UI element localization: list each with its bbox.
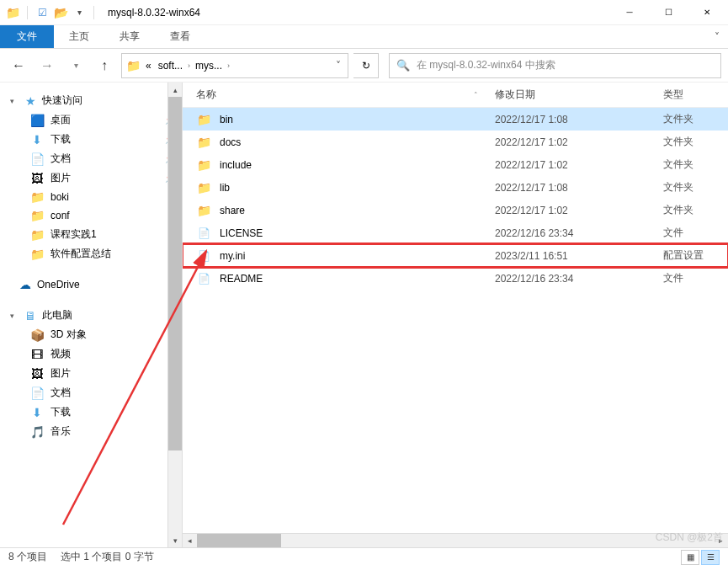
file-row[interactable]: 📁lib2022/12/17 1:08文件夹 — [183, 176, 728, 199]
tab-home[interactable]: 主页 — [54, 25, 104, 48]
column-header-date[interactable]: 修改日期 — [495, 88, 663, 102]
minimize-button[interactable]: ─ — [610, 0, 649, 25]
file-row[interactable]: 📄LICENSE2022/12/16 23:34文件 — [183, 221, 728, 244]
quick-access-toolbar: 📁 ☑ 📂 ▾ — [2, 5, 98, 20]
breadcrumb-item[interactable]: mys... — [192, 60, 226, 72]
scroll-left-icon[interactable]: ◂ — [183, 534, 197, 547]
sidebar-item-desktop[interactable]: 🟦桌面📌 — [0, 110, 182, 130]
folder-icon: 📁 — [196, 157, 211, 173]
music-icon: 🎵 — [30, 425, 44, 439]
search-input[interactable]: 🔍 在 mysql-8.0.32-winx64 中搜索 — [389, 53, 721, 78]
open-folder-icon[interactable]: 📂 — [53, 5, 68, 20]
file-type-cell: 文件夹 — [663, 157, 714, 172]
separator — [93, 6, 94, 19]
tab-view[interactable]: 查看 — [155, 25, 205, 48]
column-header-type[interactable]: 类型 — [663, 88, 714, 102]
sidebar-label: OneDrive — [37, 279, 80, 290]
file-name-cell: 📁share — [183, 203, 495, 218]
sort-indicator-icon: ˄ — [474, 91, 478, 99]
sidebar-item-documents[interactable]: 📄文档📌 — [0, 149, 182, 168]
file-name: lib — [220, 182, 230, 194]
file-date-cell: 2023/2/11 16:51 — [495, 250, 663, 262]
tab-share[interactable]: 共享 — [104, 25, 155, 48]
file-name-cell: 📁bin — [183, 112, 495, 127]
address-dropdown-icon[interactable]: ˅ — [331, 60, 346, 72]
column-header-name[interactable]: 名称˄ — [183, 88, 495, 102]
status-item-count: 8 个项目 — [8, 550, 47, 564]
sidebar-item-folder[interactable]: 📁boki — [0, 188, 182, 206]
sidebar-item-pictures[interactable]: 🖼图片 — [0, 364, 182, 383]
file-name: include — [220, 159, 252, 171]
view-details-button[interactable]: ☰ — [701, 550, 720, 565]
search-placeholder: 在 mysql-8.0.32-winx64 中搜索 — [417, 58, 555, 72]
view-thumbnails-button[interactable]: ▦ — [681, 550, 699, 565]
download-icon: ⬇ — [30, 133, 44, 147]
refresh-button[interactable]: ↻ — [353, 53, 379, 78]
sidebar-onedrive[interactable]: ☁ OneDrive — [0, 275, 182, 294]
recent-locations-button[interactable]: ▾ — [64, 54, 88, 77]
status-selection: 选中 1 个项目 0 字节 — [61, 550, 154, 564]
file-name-cell: 📄my.ini — [183, 248, 495, 264]
file-list[interactable]: 📁bin2022/12/17 1:08文件夹📁docs2022/12/17 1:… — [183, 108, 728, 533]
file-row[interactable]: 📁share2022/12/17 1:02文件夹 — [183, 199, 728, 221]
sidebar-item-folder[interactable]: 📁conf — [0, 206, 182, 225]
scroll-down-icon[interactable]: ▾ — [168, 533, 182, 547]
file-name-cell: 📁docs — [183, 135, 495, 150]
folder-icon: 📁 — [5, 5, 20, 20]
chevron-right-icon[interactable]: › — [226, 61, 231, 70]
sidebar-this-pc[interactable]: ▾ 🖥 此电脑 — [0, 306, 182, 325]
sidebar-item-folder[interactable]: 📁课程实践1 — [0, 225, 182, 244]
sidebar-item-3d[interactable]: 📦3D 对象 — [0, 325, 182, 344]
properties-icon[interactable]: ☑ — [35, 5, 50, 20]
file-row[interactable]: 📄README2022/12/16 23:34文件 — [183, 267, 728, 290]
close-button[interactable]: ✕ — [688, 0, 726, 25]
tab-file[interactable]: 文件 — [0, 25, 54, 48]
sidebar-scrollbar[interactable]: ▴ ▾ — [167, 83, 182, 547]
folder-icon: 📁 — [124, 59, 142, 72]
sidebar-item-videos[interactable]: 🎞视频 — [0, 344, 182, 364]
maximize-button[interactable]: ☐ — [649, 0, 688, 25]
qat-dropdown-icon[interactable]: ▾ — [72, 5, 87, 20]
scroll-up-icon[interactable]: ▴ — [168, 83, 182, 97]
file-date-cell: 2022/12/17 1:02 — [495, 205, 663, 216]
file-name-cell: 📁include — [183, 157, 495, 173]
sidebar-item-downloads[interactable]: ⬇下载📌 — [0, 130, 182, 149]
forward-button[interactable]: → — [35, 54, 59, 77]
file-date-cell: 2022/12/16 23:34 — [495, 273, 663, 285]
file-row[interactable]: 📄my.ini2023/2/11 16:51配置设置 — [183, 244, 728, 267]
window-title: mysql-8.0.32-winx64 — [98, 7, 200, 19]
scroll-thumb[interactable] — [168, 97, 182, 450]
horizontal-scrollbar[interactable]: ◂ ▸ — [183, 533, 728, 547]
file-icon: 📄 — [196, 271, 211, 286]
body: ▾ ★ 快速访问 🟦桌面📌 ⬇下载📌 📄文档📌 🖼图片📌 📁boki 📁conf… — [0, 83, 728, 547]
breadcrumb-item[interactable]: soft... — [155, 60, 186, 72]
scroll-right-icon[interactable]: ▸ — [714, 534, 728, 547]
chevron-right-icon[interactable]: › — [186, 61, 192, 70]
sidebar-item-music[interactable]: 🎵音乐 — [0, 422, 182, 441]
download-icon: ⬇ — [30, 406, 44, 419]
file-list-pane: 名称˄ 修改日期 类型 📁bin2022/12/17 1:08文件夹📁docs2… — [183, 83, 728, 547]
chevron-down-icon[interactable]: ▾ — [10, 97, 19, 105]
up-button[interactable]: ↑ — [93, 54, 116, 77]
folder-icon: 📁 — [30, 190, 44, 204]
back-button[interactable]: ← — [7, 54, 30, 77]
star-icon: ★ — [24, 94, 37, 108]
sidebar-quick-access[interactable]: ▾ ★ 快速访问 — [0, 91, 182, 110]
column-headers: 名称˄ 修改日期 类型 — [183, 83, 728, 108]
file-row[interactable]: 📁docs2022/12/17 1:02文件夹 — [183, 131, 728, 153]
file-date-cell: 2022/12/17 1:02 — [495, 136, 663, 148]
sidebar-item-folder[interactable]: 📁软件配置总结 — [0, 244, 182, 264]
breadcrumb-prefix[interactable]: « — [142, 60, 155, 72]
address-bar[interactable]: 📁 « soft... › mys... › ˅ — [121, 53, 348, 78]
folder-icon: 📁 — [196, 180, 211, 195]
sidebar-item-downloads[interactable]: ⬇下载 — [0, 402, 182, 422]
navigation-pane[interactable]: ▾ ★ 快速访问 🟦桌面📌 ⬇下载📌 📄文档📌 🖼图片📌 📁boki 📁conf… — [0, 83, 183, 547]
sidebar-item-documents[interactable]: 📄文档 — [0, 383, 182, 402]
cloud-icon: ☁ — [19, 278, 32, 291]
scroll-thumb[interactable] — [197, 534, 281, 547]
file-row[interactable]: 📁include2022/12/17 1:02文件夹 — [183, 153, 728, 176]
chevron-down-icon[interactable]: ▾ — [10, 312, 19, 320]
sidebar-item-pictures[interactable]: 🖼图片📌 — [0, 168, 182, 188]
ribbon-collapse-icon[interactable]: ˅ — [706, 25, 728, 48]
file-row[interactable]: 📁bin2022/12/17 1:08文件夹 — [183, 108, 728, 131]
